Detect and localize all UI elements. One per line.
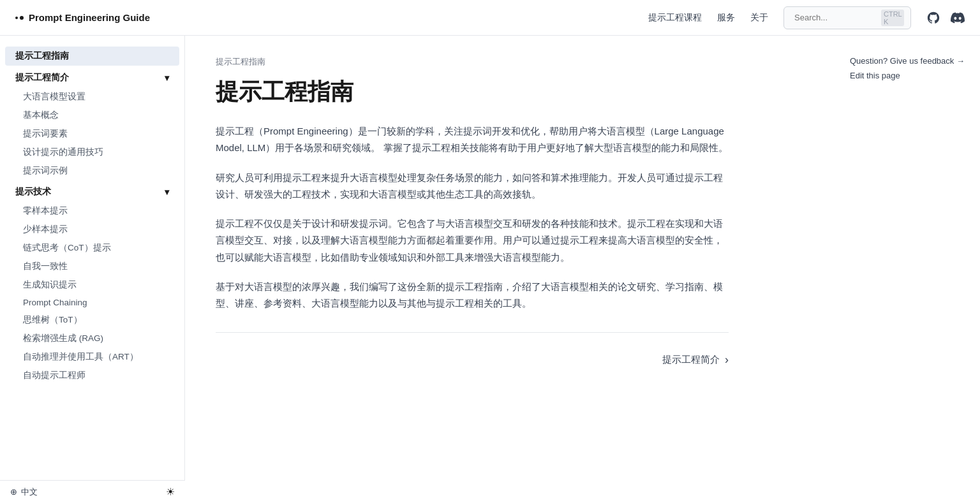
logo-dot-2 (20, 16, 24, 20)
sidebar-item-few-shot[interactable]: 少样本提示 (5, 221, 179, 238)
breadcrumb: 提示工程指南 (216, 56, 729, 68)
sidebar-item-rag[interactable]: 检索增强生成 (RAG) (5, 330, 179, 347)
sidebar-item-tot[interactable]: 思维树（ToT） (5, 311, 179, 329)
layout: 提示工程指南 提示工程简介 ▾ 大语言模型设置 基本概念 提示词要素 设计提示的… (0, 36, 980, 503)
sidebar-item-self-consistency[interactable]: 自我一致性 (5, 258, 179, 275)
sidebar-footer: ⊕ 中文 ☀ (0, 480, 185, 503)
header-nav: 提示工程课程 服务 关于 CTRL K (648, 6, 965, 29)
sidebar-item-cot[interactable]: 链式思考（CoT）提示 (5, 239, 179, 257)
paragraph-3: 提示工程不仅仅是关于设计和研发提示词。它包含了与大语言模型交互和研发的各种技能和… (216, 215, 729, 266)
sidebar-item-gen-knowledge[interactable]: 生成知识提示 (5, 276, 179, 294)
chevron-down-icon-2: ▾ (165, 187, 169, 197)
sidebar-item-basics[interactable]: 基本概念 (5, 106, 179, 124)
discord-icon[interactable] (951, 11, 965, 25)
search-box[interactable]: CTRL K (783, 6, 911, 29)
sidebar-item-llm-settings[interactable]: 大语言模型设置 (5, 88, 179, 106)
sidebar-item-design-tips[interactable]: 设计提示的通用技巧 (5, 143, 179, 161)
main-content: 提示工程指南 提示工程指南 提示工程（Prompt Engineering）是一… (185, 36, 759, 503)
language-switcher[interactable]: ⊕ 中文 (10, 486, 38, 498)
header: Prompt Engineering Guide 提示工程课程 服务 关于 CT… (0, 0, 980, 36)
edit-page-link[interactable]: Edit this page (850, 71, 970, 80)
sidebar-section-techniques[interactable]: 提示技术 ▾ (5, 182, 179, 201)
sidebar-item-guide-label: 提示工程指南 (15, 50, 69, 62)
header-icons (926, 11, 965, 25)
sidebar-item-auto-prompt[interactable]: 自动提示工程师 (5, 367, 179, 384)
paragraph-2: 研究人员可利用提示工程来提升大语言模型处理复杂任务场景的能力，如问答和算术推理能… (216, 170, 729, 203)
sidebar-item-art[interactable]: 自动推理并使用工具（ART） (5, 348, 179, 366)
next-page-link[interactable]: 提示工程简介 › (662, 353, 729, 367)
nav-course[interactable]: 提示工程课程 (648, 12, 702, 24)
logo-icon (15, 16, 24, 20)
paragraph-1: 提示工程（Prompt Engineering）是一门较新的学科，关注提示词开发… (216, 123, 729, 157)
content-divider (216, 332, 729, 333)
paragraph-4: 基于对大语言模型的浓厚兴趣，我们编写了这份全新的提示工程指南，介绍了大语言模型相… (216, 279, 729, 312)
nav-footer: 提示工程简介 › (216, 353, 729, 367)
chevron-down-icon: ▾ (165, 73, 169, 83)
nav-services[interactable]: 服务 (717, 12, 735, 24)
theme-toggle[interactable]: ☀ (166, 486, 175, 498)
search-shortcut: CTRL K (881, 10, 904, 26)
sidebar-item-elements[interactable]: 提示词要素 (5, 125, 179, 143)
chevron-right-icon: › (725, 353, 729, 367)
feedback-link[interactable]: Question? Give us feedback → (850, 56, 970, 66)
sidebar-section-intro[interactable]: 提示工程简介 ▾ (5, 68, 179, 87)
sidebar-section-techniques-label: 提示技术 (15, 186, 51, 198)
logo-dot-1 (15, 17, 18, 19)
sidebar-item-examples[interactable]: 提示词示例 (5, 162, 179, 180)
site-title[interactable]: Prompt Engineering Guide (29, 12, 150, 23)
github-icon[interactable] (926, 11, 940, 25)
globe-icon: ⊕ (10, 487, 17, 497)
language-label: 中文 (21, 486, 38, 498)
sidebar: 提示工程指南 提示工程简介 ▾ 大语言模型设置 基本概念 提示词要素 设计提示的… (0, 36, 185, 503)
sidebar-section-intro-label: 提示工程简介 (15, 72, 69, 84)
right-panel: Question? Give us feedback → Edit this p… (840, 36, 980, 106)
header-left: Prompt Engineering Guide (15, 12, 150, 23)
search-input[interactable] (794, 13, 877, 22)
sidebar-item-prompt-chaining[interactable]: Prompt Chaining (5, 295, 179, 310)
page-title: 提示工程指南 (216, 78, 729, 105)
sidebar-item-guide[interactable]: 提示工程指南 (5, 47, 179, 66)
nav-about[interactable]: 关于 (750, 12, 768, 24)
next-page-label: 提示工程简介 (662, 354, 720, 366)
sidebar-item-zero-shot[interactable]: 零样本提示 (5, 202, 179, 220)
